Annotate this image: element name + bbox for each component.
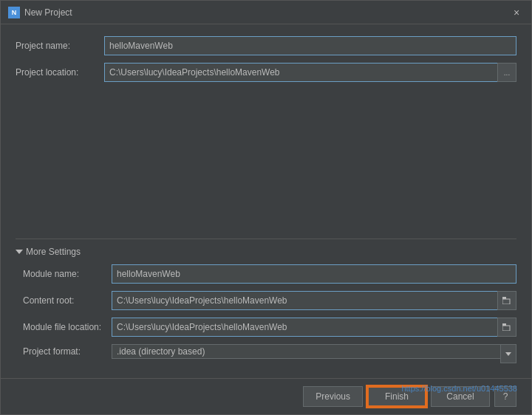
module-name-input[interactable] [112, 264, 516, 284]
title-bar: N New Project × [1, 1, 531, 24]
more-settings-label: More Settings [26, 247, 81, 257]
new-project-icon: N [8, 7, 20, 18]
spacer [16, 89, 516, 239]
module-file-location-input[interactable] [112, 318, 497, 337]
more-settings-content: Module name: Content root: [16, 264, 516, 359]
content-root-field-group [112, 291, 516, 310]
module-file-location-row: Module file location: [23, 318, 516, 337]
project-location-row: Project location: ... [16, 63, 516, 82]
content-root-label: Content root: [23, 295, 112, 306]
svg-rect-4 [502, 326, 510, 331]
module-file-location-field-group [112, 318, 516, 337]
svg-text:N: N [12, 9, 17, 16]
more-settings-section: More Settings Module name: Content root: [16, 239, 516, 366]
dialog-title: New Project [24, 7, 72, 18]
project-format-row: Project format: .idea (directory based) [23, 344, 516, 359]
project-location-input[interactable] [104, 63, 497, 82]
project-location-field-group: ... [104, 63, 516, 82]
project-name-input[interactable] [104, 36, 516, 55]
previous-button[interactable]: Previous [303, 386, 363, 407]
svg-rect-3 [502, 297, 506, 299]
content-root-browse-button[interactable] [497, 291, 516, 310]
collapse-icon [16, 250, 23, 254]
new-project-dialog: N New Project × Project name: Project lo… [0, 0, 532, 415]
svg-rect-2 [502, 299, 510, 304]
module-name-label: Module name: [23, 269, 112, 279]
content-root-input[interactable] [112, 291, 497, 310]
project-format-select-wrapper: .idea (directory based) [112, 344, 516, 359]
more-settings-header[interactable]: More Settings [16, 247, 516, 257]
project-name-label: Project name: [16, 41, 104, 51]
url-overlay: https://blog.csdn.net/u01445538 [401, 384, 517, 393]
project-name-row: Project name: [16, 36, 516, 55]
title-bar-left: N New Project [8, 7, 72, 18]
svg-rect-5 [502, 323, 506, 326]
close-button[interactable]: × [509, 5, 524, 20]
content-root-row: Content root: [23, 291, 516, 310]
dialog-content: Project name: Project location: ... More… [1, 24, 531, 378]
project-location-browse-button[interactable]: ... [497, 63, 516, 82]
module-file-location-label: Module file location: [23, 322, 112, 332]
project-location-label: Project location: [16, 67, 104, 78]
project-format-label: Project format: [23, 346, 112, 357]
module-name-row: Module name: [23, 264, 516, 284]
project-format-select[interactable]: .idea (directory based) [112, 344, 516, 359]
module-file-location-browse-button[interactable] [497, 318, 516, 337]
